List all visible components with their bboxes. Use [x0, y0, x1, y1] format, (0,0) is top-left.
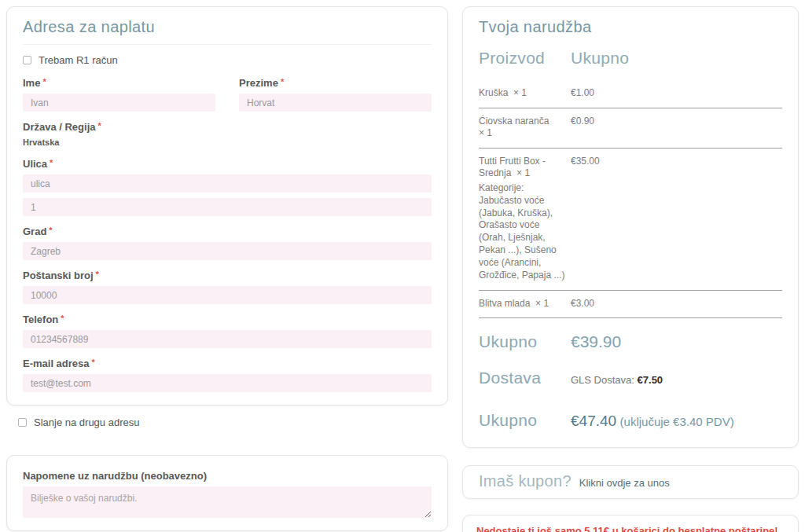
- r1-checkbox-label: Trebam R1 račun: [39, 54, 118, 66]
- shipping-method: GLS Dostava: €7.50: [571, 374, 663, 386]
- subtotal-row: Ukupno €39.90: [479, 332, 782, 351]
- required-asterisk: *: [96, 270, 99, 279]
- total-value: €47.40: [571, 413, 616, 429]
- item-price: €1.00: [571, 87, 594, 100]
- billing-column: Adresa za naplatu Trebam R1 račun Ime* P…: [6, 6, 448, 532]
- order-title: Tvoja narudžba: [479, 18, 782, 41]
- city-label: Grad*: [23, 226, 432, 237]
- coupon-card: Imaš kupon? Klikni ovdje za unos: [462, 465, 799, 499]
- order-table-header: Proizvod Ukupno: [479, 49, 782, 68]
- item-quantity: × 1: [479, 127, 492, 138]
- order-item-row: Kruška × 1 €1.00: [479, 80, 782, 108]
- billing-card: Adresa za naplatu Trebam R1 račun Ime* P…: [6, 6, 448, 405]
- last-name-label: Prezime*: [239, 77, 432, 89]
- country-label-text: Država / Regija: [23, 121, 96, 133]
- subtotal-value: €39.90: [571, 332, 621, 351]
- item-price: €0.90: [571, 116, 594, 128]
- street-label-text: Ulica: [23, 158, 47, 170]
- order-item-row: Tutti Frutti Box - Srednja × 1 Kategorij…: [479, 149, 782, 291]
- email-label: E-mail adresa*: [23, 358, 432, 369]
- item-categories-meta: Kategorije: Jabučasto voće (Jabuka, Kruš…: [479, 182, 566, 282]
- item-name: Kruška: [479, 87, 508, 98]
- shipping-label: Dostava: [479, 369, 571, 387]
- country-group: Država / Regija* Hrvatska: [23, 121, 432, 147]
- email-label-text: E-mail adresa: [23, 358, 90, 369]
- postcode-label-text: Poštanski broj: [23, 270, 94, 281]
- total-value-cell: €47.40 (uključuje €3.40 PDV): [571, 413, 734, 430]
- order-review-card: Tvoja narudžba Proizvod Ukupno Kruška × …: [462, 6, 799, 448]
- city-input[interactable]: [23, 242, 432, 260]
- item-name-cell: Tutti Frutti Box - Srednja × 1 Kategorij…: [479, 156, 571, 282]
- phone-label-text: Telefon: [23, 314, 58, 325]
- ship-to-different-label: Slanje na drugu adresu: [34, 416, 139, 428]
- order-item-row: Ćiovska naranča × 1 €0.90: [479, 108, 782, 149]
- ship-to-different-checkbox[interactable]: [18, 418, 27, 427]
- phone-group: Telefon*: [23, 314, 432, 348]
- postcode-label: Poštanski broj*: [23, 270, 432, 281]
- postcode-group: Poštanski broj*: [23, 270, 432, 304]
- total-row: Ukupno €47.40 (uključuje €3.40 PDV): [479, 411, 782, 430]
- order-notes-label: Napomene uz narudžbu (neobavezno): [23, 470, 432, 482]
- item-name: Tutti Frutti Box - Srednja: [479, 156, 546, 179]
- ship-to-different-row[interactable]: Slanje na drugu adresu: [18, 416, 448, 428]
- street-input[interactable]: [23, 174, 432, 193]
- shipping-price: €7.50: [638, 374, 663, 386]
- item-name-cell: Ćiovska naranča × 1: [479, 116, 571, 140]
- required-asterisk: *: [98, 121, 101, 130]
- item-name: Ćiovska naranča: [479, 116, 549, 127]
- required-asterisk: *: [50, 158, 53, 167]
- shipping-row: Dostava GLS Dostava: €7.50: [479, 369, 782, 387]
- postcode-input[interactable]: [23, 286, 432, 304]
- billing-title: Adresa za naplatu: [23, 18, 432, 45]
- street-label: Ulica*: [23, 158, 432, 170]
- item-quantity: × 1: [535, 298, 549, 309]
- item-quantity: × 1: [516, 167, 530, 178]
- column-header-product: Proizvod: [479, 49, 571, 68]
- total-label: Ukupno: [479, 411, 571, 430]
- order-item-row: Blitva mlada × 1 €3.00: [479, 291, 782, 319]
- order-notes-textarea[interactable]: [23, 486, 432, 518]
- coupon-toggle-link[interactable]: Klikni ovdje za unos: [579, 477, 670, 489]
- subtotal-label: Ukupno: [479, 332, 571, 351]
- total-tax-note: (uključuje €3.40 PDV): [620, 415, 734, 428]
- shipping-method-name: GLS Dostava:: [571, 374, 634, 386]
- city-label-text: Grad: [23, 226, 46, 237]
- email-group: E-mail adresa*: [23, 358, 432, 392]
- coupon-question: Imaš kupon?: [479, 472, 572, 490]
- checkout-page: Adresa za naplatu Trebam R1 račun Ime* P…: [0, 0, 805, 532]
- item-quantity: × 1: [513, 87, 527, 98]
- column-header-total: Ukupno: [571, 49, 629, 68]
- last-name-group: Prezime*: [239, 77, 432, 112]
- item-name-cell: Kruška × 1: [479, 87, 571, 100]
- first-name-group: Ime*: [23, 77, 215, 112]
- phone-input[interactable]: [23, 330, 432, 348]
- order-column: Tvoja narudžba Proizvod Ukupno Kruška × …: [462, 6, 799, 532]
- required-asterisk: *: [61, 314, 64, 323]
- item-price: €35.00: [571, 156, 600, 168]
- first-name-label-text: Ime: [23, 77, 40, 89]
- first-name-label: Ime*: [23, 77, 215, 89]
- r1-checkbox[interactable]: [23, 56, 31, 64]
- item-name-cell: Blitva mlada × 1: [479, 298, 571, 310]
- r1-checkbox-row[interactable]: Trebam R1 račun: [23, 54, 432, 66]
- free-shipping-notice-text: Nedostaje ti još samo 5.11€ u košarici d…: [476, 525, 778, 532]
- name-row: Ime* Prezime*: [23, 77, 432, 121]
- street-group: Ulica*: [23, 158, 432, 216]
- required-asterisk: *: [42, 77, 46, 86]
- item-name: Blitva mlada: [479, 298, 530, 309]
- required-asterisk: *: [49, 226, 52, 235]
- email-input[interactable]: [23, 374, 432, 392]
- phone-label: Telefon*: [23, 314, 432, 325]
- item-price: €3.00: [571, 298, 594, 310]
- country-label: Država / Regija*: [23, 121, 432, 133]
- street-number-input[interactable]: [23, 198, 432, 216]
- first-name-input[interactable]: [23, 94, 215, 112]
- city-group: Grad*: [23, 226, 432, 260]
- country-value: Hrvatska: [23, 138, 432, 147]
- last-name-label-text: Prezime: [239, 77, 278, 89]
- order-notes-card: Napomene uz narudžbu (neobavezno): [6, 455, 448, 531]
- required-asterisk: *: [92, 358, 95, 367]
- free-shipping-notice-card: Nedostaje ti još samo 5.11€ u košarici d…: [462, 515, 799, 532]
- last-name-input[interactable]: [239, 94, 432, 112]
- required-asterisk: *: [281, 77, 284, 86]
